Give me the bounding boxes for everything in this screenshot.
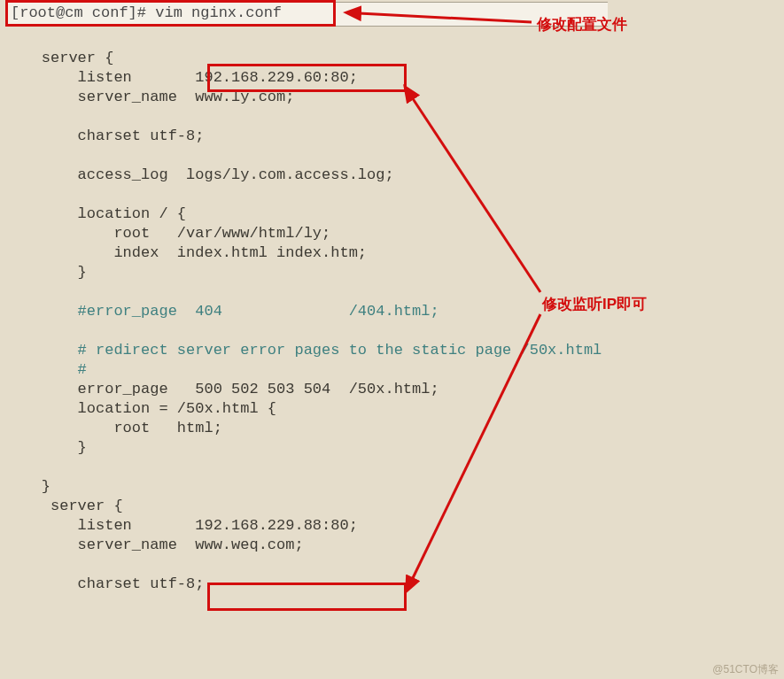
code-line: root html; — [5, 420, 222, 436]
code-line: server { — [5, 50, 113, 66]
code-line: server_name www.weq.com; — [5, 536, 304, 553]
code-line: access_log logs/ly.com.access.log; — [5, 166, 394, 183]
listen-ip-2: 192.168.229.88:80; — [195, 517, 358, 534]
terminal-header: [root@cm conf]# vim nginx.conf — [5, 2, 608, 27]
annotation-modify-config: 修改配置文件 — [537, 14, 627, 35]
code-line: charset utf-8; — [5, 127, 204, 144]
code-line: index index.html index.htm; — [5, 244, 367, 261]
code-line: } — [5, 439, 87, 456]
code-comment: # redirect server error pages to the sta… — [5, 342, 602, 359]
code-comment: #error_page 404 /404.html; — [5, 303, 439, 320]
code-line: root /var/www/html/ly; — [5, 225, 330, 242]
code-line: listen 192.168.229.60:80; — [5, 69, 358, 86]
code-line: location = /50x.html { — [5, 400, 276, 417]
code-line: } — [5, 264, 87, 281]
code-line: error_page 500 502 503 504 /50x.html; — [5, 381, 439, 397]
code-line: listen 192.168.229.88:80; — [5, 517, 358, 534]
code-line: server_name www.ly.com; — [5, 89, 294, 105]
code-comment: # — [5, 361, 87, 378]
watermark: @51CTO博客 — [712, 662, 779, 677]
code-line: charset utf-8; — [5, 575, 204, 592]
code-line: } — [5, 478, 50, 495]
code-line: location / { — [5, 205, 186, 222]
code-line: server { — [5, 498, 123, 514]
nginx-conf-code: server { listen 192.168.229.60:80; serve… — [5, 49, 602, 594]
terminal-prompt: [root@cm conf]# vim nginx.conf — [11, 4, 282, 21]
listen-ip-1: 192.168.229.60:80; — [195, 69, 358, 86]
